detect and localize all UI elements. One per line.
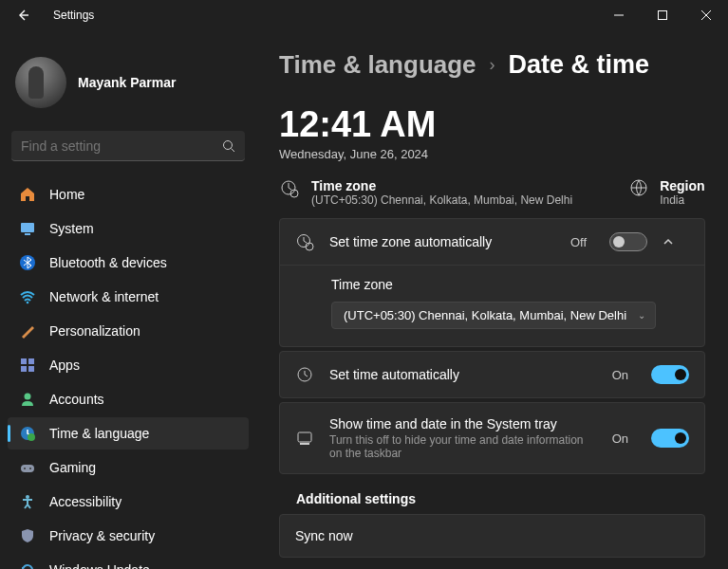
auto-time-toggle[interactable]: [651, 365, 689, 384]
nav-accessibility[interactable]: Accessibility: [8, 486, 249, 518]
svg-rect-3: [25, 233, 30, 235]
back-button[interactable]: [15, 8, 34, 23]
svg-point-14: [24, 468, 26, 469]
svg-point-5: [27, 302, 29, 304]
svg-rect-24: [300, 443, 309, 445]
nav-apps[interactable]: Apps: [8, 349, 249, 381]
nav-label: Home: [49, 187, 84, 202]
nav-label: Accounts: [49, 392, 104, 407]
nav-home[interactable]: Home: [8, 178, 249, 211]
apps-icon: [19, 357, 36, 374]
region-value: India: [660, 193, 704, 207]
globe-clock-icon: [295, 232, 314, 251]
home-icon: [19, 186, 36, 203]
nav-accounts[interactable]: Accounts: [8, 383, 249, 415]
brush-icon: [19, 322, 36, 340]
system-tray-card: Show time and date in the System tray Tu…: [279, 402, 705, 474]
additional-settings-heading: Additional settings: [296, 491, 705, 506]
nav-label: Personalization: [49, 323, 140, 339]
timezone-label: Time zone: [311, 178, 572, 193]
nav-update[interactable]: Windows Update: [8, 554, 249, 569]
search-input[interactable]: [21, 138, 222, 154]
nav-personalization[interactable]: Personalization: [8, 315, 249, 347]
svg-point-1: [224, 140, 233, 149]
system-icon: [19, 220, 36, 237]
breadcrumb: Time & language › Date & time: [279, 42, 705, 87]
nav-label: System: [49, 221, 94, 236]
sync-now-card[interactable]: Sync now: [279, 514, 705, 558]
timezone-dropdown-value: (UTC+05:30) Chennai, Kolkata, Mumbai, Ne…: [344, 308, 626, 322]
update-icon: [19, 561, 36, 569]
timezone-select-label: Time zone: [331, 277, 689, 292]
clock-date: Wednesday, June 26, 2024: [279, 147, 705, 161]
nav-system[interactable]: System: [8, 212, 249, 245]
timezone-value: (UTC+05:30) Chennai, Kolkata, Mumbai, Ne…: [311, 193, 572, 207]
nav-label: Windows Update: [49, 562, 150, 569]
account-icon: [19, 391, 36, 408]
avatar[interactable]: [15, 57, 66, 108]
nav-network[interactable]: Network & internet: [8, 281, 249, 313]
nav-gaming[interactable]: Gaming: [8, 451, 249, 484]
svg-rect-2: [21, 223, 34, 232]
svg-rect-9: [28, 366, 34, 372]
main-content: Time & language › Date & time 12:41 AM W…: [256, 30, 728, 569]
timezone-dropdown[interactable]: (UTC+05:30) Chennai, Kolkata, Mumbai, Ne…: [331, 302, 656, 329]
nav-bluetooth[interactable]: Bluetooth & devices: [8, 247, 249, 279]
system-tray-toggle[interactable]: [651, 429, 689, 448]
clock-icon: [295, 365, 314, 384]
access-icon: [19, 493, 36, 510]
auto-timezone-card: Set time zone automatically Off Time zon…: [279, 218, 705, 347]
clock-time: 12:41 AM: [279, 104, 705, 145]
system-tray-label: Show time and date in the System tray: [329, 416, 597, 431]
collapse-button[interactable]: [663, 236, 689, 248]
auto-timezone-toggle[interactable]: [609, 232, 647, 251]
nav-label: Time & language: [49, 426, 149, 441]
svg-rect-7: [28, 358, 34, 364]
svg-point-10: [25, 394, 31, 400]
nav-label: Accessibility: [49, 494, 121, 509]
globe-clock-icon: [279, 178, 300, 199]
svg-rect-23: [298, 432, 311, 442]
nav-label: Bluetooth & devices: [49, 255, 167, 270]
search-box[interactable]: [11, 131, 245, 161]
user-name[interactable]: Mayank Parmar: [78, 75, 177, 90]
svg-point-12: [28, 433, 35, 441]
svg-rect-6: [21, 358, 27, 364]
nav-label: Network & internet: [49, 289, 159, 304]
chevron-down-icon: ⌄: [638, 310, 645, 321]
bluetooth-icon: [19, 254, 36, 271]
auto-time-card: Set time automatically On: [279, 351, 705, 398]
auto-timezone-state: Off: [570, 235, 587, 249]
tray-icon: [295, 429, 314, 448]
privacy-icon: [19, 527, 36, 544]
sync-now-label: Sync now: [295, 528, 689, 543]
page-title: Date & time: [509, 50, 650, 80]
minimize-button[interactable]: [597, 0, 641, 30]
region-label: Region: [660, 178, 704, 193]
svg-rect-8: [21, 366, 27, 372]
system-tray-state: On: [612, 431, 628, 446]
svg-point-16: [26, 495, 29, 499]
auto-timezone-label: Set time zone automatically: [329, 234, 555, 249]
auto-time-label: Set time automatically: [329, 367, 597, 382]
search-icon: [222, 139, 235, 153]
system-tray-sub: Turn this off to hide your time and date…: [329, 433, 597, 460]
chevron-right-icon: ›: [490, 55, 495, 75]
svg-point-15: [29, 468, 31, 469]
wifi-icon: [19, 288, 36, 305]
close-button[interactable]: [684, 0, 728, 30]
window-title: Settings: [53, 9, 94, 22]
svg-rect-13: [21, 465, 34, 472]
nav-label: Privacy & security: [49, 528, 155, 543]
nav-time-language[interactable]: Time & language: [8, 417, 249, 450]
sidebar: Mayank Parmar Home System Bluetooth & de…: [0, 30, 256, 569]
maximize-button[interactable]: [641, 0, 684, 30]
nav-label: Gaming: [49, 460, 96, 475]
globe-icon: [629, 178, 648, 197]
breadcrumb-parent[interactable]: Time & language: [279, 50, 476, 80]
auto-time-state: On: [612, 368, 628, 382]
gaming-icon: [19, 459, 36, 476]
svg-rect-0: [659, 11, 667, 20]
nav-privacy[interactable]: Privacy & security: [8, 520, 249, 552]
time-icon: [19, 425, 36, 442]
